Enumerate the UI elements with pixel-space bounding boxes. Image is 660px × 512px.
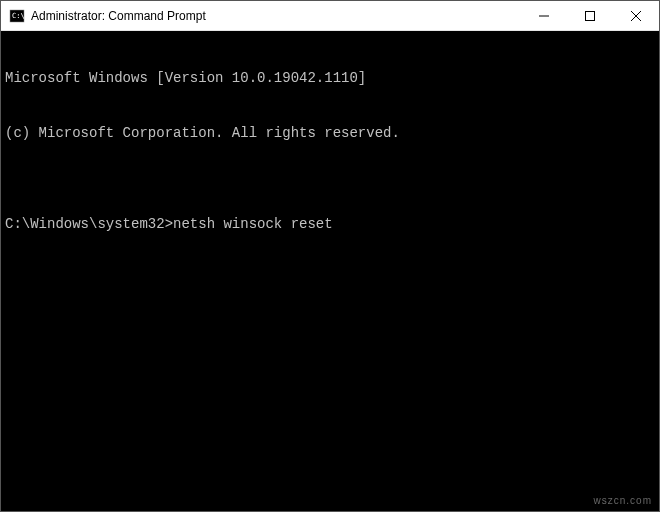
title-left: C:\ Administrator: Command Prompt: [1, 8, 521, 24]
cmd-icon: C:\: [9, 8, 25, 24]
window-controls: [521, 1, 659, 30]
prompt-path: C:\Windows\system32>: [5, 215, 173, 233]
version-line: Microsoft Windows [Version 10.0.19042.11…: [5, 69, 655, 87]
terminal-area[interactable]: Microsoft Windows [Version 10.0.19042.11…: [1, 31, 659, 511]
maximize-icon: [585, 11, 595, 21]
copyright-line: (c) Microsoft Corporation. All rights re…: [5, 124, 655, 142]
svg-text:C:\: C:\: [12, 12, 25, 20]
close-button[interactable]: [613, 1, 659, 31]
maximize-button[interactable]: [567, 1, 613, 31]
watermark: wszcn.com: [594, 495, 652, 506]
minimize-icon: [539, 11, 549, 21]
command-input[interactable]: netsh winsock reset: [173, 215, 333, 233]
svg-rect-3: [586, 12, 595, 21]
command-prompt-window: C:\ Administrator: Command Prompt: [0, 0, 660, 512]
minimize-button[interactable]: [521, 1, 567, 31]
window-title: Administrator: Command Prompt: [31, 9, 206, 23]
close-icon: [631, 11, 641, 21]
prompt-line: C:\Windows\system32>netsh winsock reset: [5, 215, 655, 233]
titlebar[interactable]: C:\ Administrator: Command Prompt: [1, 1, 659, 31]
